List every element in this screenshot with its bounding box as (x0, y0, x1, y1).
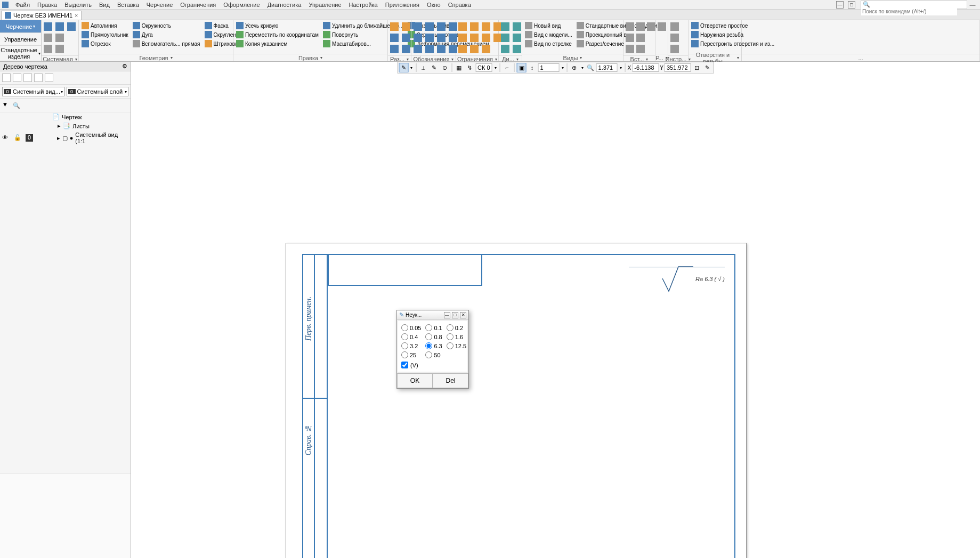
diag4[interactable] (512, 21, 522, 32)
radio-25[interactable]: 25 (401, 351, 421, 358)
coord-tool2[interactable]: ✎ (703, 63, 712, 72)
tree-tool2[interactable] (13, 73, 21, 82)
newview-button[interactable]: Новый вид (523, 21, 574, 30)
dialog-max-icon[interactable]: □ (452, 312, 458, 318)
menu-help[interactable]: Справка (444, 2, 475, 8)
undo-button[interactable] (43, 44, 53, 54)
menu-view[interactable]: Вид (95, 2, 114, 8)
checkbox-v[interactable]: (V) (401, 362, 464, 368)
ok-button[interactable]: OK (397, 373, 433, 388)
tool3[interactable] (669, 44, 680, 54)
copy-button[interactable]: Копия указанием (234, 39, 320, 48)
roughness-dialog[interactable]: ✎ Неук... — □ ✕ 0.05 0.1 0.2 0.4 0.8 1.6… (396, 310, 469, 389)
dim1-button[interactable] (389, 21, 400, 32)
maximize-icon[interactable]: □ (848, 1, 855, 9)
ws-tab-manage[interactable]: Управление (0, 33, 41, 46)
print-button[interactable] (43, 32, 53, 43)
x-field[interactable]: -6.1138 (632, 63, 659, 72)
dim2-button[interactable] (389, 32, 400, 43)
menu-apps[interactable]: Приложения (382, 2, 423, 8)
zoom-fit[interactable]: ⊕ (570, 63, 579, 72)
del-button[interactable]: Del (433, 373, 468, 388)
con5[interactable] (469, 32, 480, 43)
diag6[interactable] (512, 44, 522, 54)
menu-edit[interactable]: Правка (34, 2, 61, 8)
modelview-button[interactable]: Вид с модели... (523, 30, 574, 39)
zoom-icon[interactable]: 🔍 (586, 63, 595, 72)
arrowview-button[interactable]: Вид по стрелке (523, 39, 574, 48)
radio-0.1[interactable]: 0.1 (425, 324, 442, 331)
pointer-tool[interactable]: ✎ (399, 63, 408, 72)
radio-1.6[interactable]: 1.6 (447, 333, 466, 340)
diag3[interactable] (500, 44, 511, 54)
con6[interactable] (469, 44, 480, 54)
con2[interactable] (457, 32, 468, 43)
tool1[interactable] (669, 21, 680, 32)
ins7[interactable] (635, 44, 646, 54)
diag2[interactable] (500, 32, 511, 43)
menu-drawing[interactable]: Черчение (143, 2, 177, 8)
autoline-button[interactable]: Автолиния (80, 21, 130, 30)
preview-button[interactable] (54, 32, 65, 43)
redo-button[interactable] (54, 44, 65, 54)
dialog-min-icon[interactable]: — (444, 312, 450, 318)
move-coord-button[interactable]: Переместить по координатам (234, 30, 320, 39)
visibility-icon[interactable]: 👁 (2, 134, 10, 142)
diag5[interactable] (512, 32, 522, 43)
arc-button[interactable]: Дуга (131, 30, 202, 39)
menu-select[interactable]: Выделить (61, 2, 95, 8)
dim3-button[interactable] (389, 44, 400, 54)
radio-50[interactable]: 50 (425, 351, 442, 358)
step-icon[interactable]: ↕ (528, 63, 537, 72)
annot7[interactable] (436, 21, 447, 32)
tree-search-input[interactable] (13, 102, 128, 109)
new-doc-button[interactable] (43, 21, 53, 32)
snap-endpoint[interactable]: ⟂ (418, 63, 428, 72)
tree-sheets[interactable]: ▸📑Листы (0, 121, 131, 130)
expand-icon2[interactable]: ▸ (57, 135, 60, 142)
canvas[interactable]: ✎▾ ⟂ ✎ ⊙ ▦ ↯ СК 0▾ ⌐ ▣ ↕ 1▾ ⊕▾ 🔍 1.371▾ … (131, 62, 980, 558)
circle-button[interactable]: Окружность (131, 21, 202, 30)
ins6[interactable] (625, 44, 635, 54)
radio-12.5[interactable]: 12.5 (447, 342, 466, 349)
menu-file[interactable]: Файл (12, 2, 34, 8)
tree-sysview[interactable]: 👁 🔓 0 ▸▢●Системный вид (1:1 (0, 130, 131, 145)
dim4-button[interactable] (401, 21, 411, 32)
command-search-input[interactable] (861, 8, 957, 15)
gear-icon[interactable]: ⚙ (122, 63, 127, 70)
diag1[interactable] (500, 21, 511, 32)
radio-0.4[interactable]: 0.4 (401, 333, 421, 340)
auxline-button[interactable]: Вспомогатель... прямая (131, 39, 202, 48)
tree-tool1[interactable] (2, 73, 11, 82)
annot5[interactable] (424, 32, 435, 43)
menu-constraints[interactable]: Ограничения (176, 2, 220, 8)
radio-0.8[interactable]: 0.8 (425, 333, 442, 340)
rep1[interactable] (657, 21, 667, 32)
step-field[interactable]: 1 (538, 63, 560, 72)
snap-mid[interactable]: ✎ (429, 63, 439, 72)
menu-diagnostics[interactable]: Диагностика (264, 2, 305, 8)
con3[interactable] (457, 44, 468, 54)
ws-tab-drawing[interactable]: Черчение▾ (0, 20, 41, 33)
radio-0.2[interactable]: 0.2 (447, 324, 466, 331)
lock-icon[interactable]: 🔓 (14, 134, 21, 142)
radio-3.2[interactable]: 3.2 (401, 342, 421, 349)
command-search[interactable]: 🔍 (861, 1, 967, 9)
annot9[interactable] (436, 44, 447, 54)
menu-insert[interactable]: Вставка (114, 2, 143, 8)
menu-design[interactable]: Оформление (220, 2, 263, 8)
tree-tool4[interactable] (34, 73, 43, 82)
con1[interactable] (457, 21, 468, 32)
tree-tool3[interactable] (23, 73, 32, 82)
tool2[interactable] (669, 32, 680, 43)
roughness-symbol[interactable]: Ra 6.3 ( √ ) (661, 265, 725, 293)
annot3[interactable] (412, 44, 423, 54)
segment-button[interactable]: Отрезок (80, 39, 130, 48)
ins3[interactable] (646, 21, 657, 32)
expand-icon[interactable]: ▸ (58, 122, 61, 129)
view-dropdown[interactable]: 0 Системный вид... ▾ (2, 87, 64, 96)
dim6-button[interactable] (401, 44, 411, 54)
ins4[interactable] (625, 32, 635, 43)
layer-dropdown[interactable]: 0 Системный слой ▾ (67, 87, 129, 96)
annot1[interactable] (412, 21, 423, 32)
